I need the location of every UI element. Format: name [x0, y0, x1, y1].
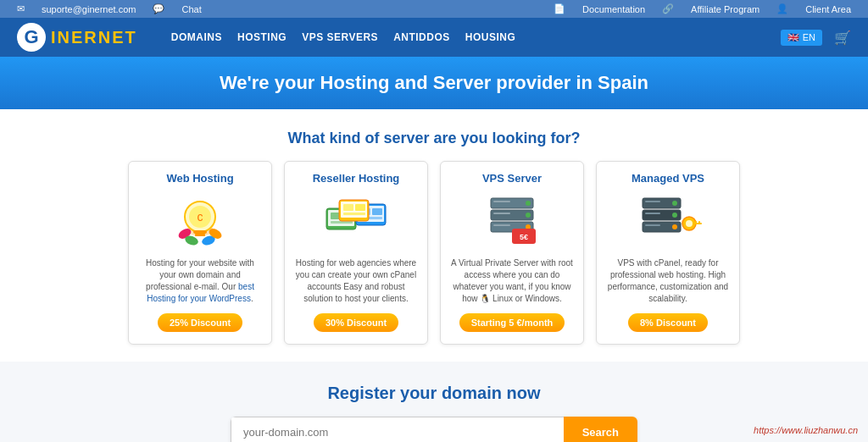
server-section-title: What kind of server are you looking for?: [0, 130, 868, 147]
logo[interactable]: G iNERNET: [17, 23, 137, 52]
nav-hosting[interactable]: HOSTING: [237, 31, 287, 43]
nav-antiddos[interactable]: ANTIDDOS: [393, 31, 450, 43]
client-area-link[interactable]: Client Area: [805, 4, 851, 14]
documentation-link[interactable]: Documentation: [582, 4, 645, 14]
svg-rect-24: [343, 213, 365, 215]
svg-rect-44: [645, 224, 660, 226]
svg-point-46: [686, 220, 693, 227]
nav-vps-servers[interactable]: VPS SERVERS: [302, 31, 378, 43]
affiliate-icon: 🔗: [662, 3, 674, 14]
managed-vps-button[interactable]: 8% Discount: [628, 313, 708, 332]
logo-text: iNERNET: [51, 28, 137, 47]
nav-right: 🇬🇧 EN 🛒: [781, 30, 851, 46]
nav-bar: G iNERNET DOMAINS HOSTING VPS SERVERS AN…: [0, 18, 868, 57]
email-link[interactable]: suporte@ginernet.com: [42, 4, 136, 14]
affiliate-link[interactable]: Affiliate Program: [691, 4, 760, 14]
domain-input[interactable]: [231, 417, 564, 442]
domain-search-button[interactable]: Search: [564, 417, 637, 442]
svg-rect-38: [645, 201, 660, 202]
svg-rect-33: [493, 224, 510, 226]
flag-icon: 🇬🇧: [787, 32, 799, 43]
email-icon: ✉: [17, 3, 25, 14]
svg-rect-30: [493, 213, 510, 214]
lang-label: EN: [803, 32, 815, 42]
vps-server-desc: A Virtual Private Server with root acces…: [449, 257, 575, 305]
svg-text:c: c: [198, 210, 203, 224]
web-hosting-desc: Hosting for your website with your own d…: [137, 257, 263, 305]
managed-vps-title: Managed VPS: [632, 172, 704, 185]
vps-server-image: 5€: [478, 191, 546, 251]
svg-rect-23: [355, 204, 365, 211]
doc-icon: 📄: [554, 3, 565, 14]
domain-search: Search: [231, 417, 637, 442]
reseller-hosting-desc: Hosting for web agencies where you can c…: [293, 257, 419, 305]
nav-housing[interactable]: HOUSING: [465, 31, 516, 43]
nav-links: DOMAINS HOSTING VPS SERVERS ANTIDDOS HOU…: [171, 31, 516, 43]
svg-rect-5: [195, 234, 205, 236]
svg-point-43: [672, 224, 677, 229]
svg-point-40: [672, 213, 677, 218]
reseller-hosting-image: [322, 191, 390, 251]
lang-button[interactable]: 🇬🇧 EN: [781, 30, 822, 46]
web-hosting-image: c: [166, 191, 234, 251]
domain-section: Register your domain now Search: [0, 362, 868, 442]
wordpress-link[interactable]: best Hosting for your WordPress: [147, 282, 254, 303]
server-section: What kind of server are you looking for?…: [0, 130, 868, 362]
managed-vps-card: Managed VPS: [596, 161, 740, 345]
svg-rect-4: [193, 230, 207, 234]
cart-icon[interactable]: 🛒: [834, 30, 851, 46]
nav-domains[interactable]: DOMAINS: [171, 31, 222, 43]
web-hosting-button[interactable]: 25% Discount: [158, 313, 242, 332]
svg-rect-18: [372, 208, 382, 215]
svg-rect-27: [493, 201, 510, 202]
svg-point-29: [526, 213, 531, 218]
vps-server-card: VPS Server 5€ A Virt: [440, 161, 584, 345]
vps-server-title: VPS Server: [482, 172, 542, 185]
svg-point-26: [526, 201, 531, 206]
reseller-hosting-button[interactable]: 30% Discount: [314, 313, 398, 332]
managed-vps-desc: VPS with cPanel, ready for professional …: [605, 257, 731, 305]
chat-link[interactable]: Chat: [181, 4, 201, 14]
web-hosting-card: Web Hosting c Hosting for your: [128, 161, 272, 345]
svg-rect-49: [695, 221, 697, 224]
svg-rect-41: [645, 213, 660, 214]
top-bar: ✉ suporte@ginernet.com 💬 Chat 📄 Document…: [0, 0, 868, 18]
logo-g: G: [17, 23, 46, 52]
hero-text: We're your Hosting and Server provider i…: [220, 72, 648, 93]
svg-text:5€: 5€: [520, 233, 528, 241]
footer-link: https://www.liuzhanwu.cn: [754, 425, 858, 435]
client-icon: 👤: [776, 3, 788, 14]
svg-rect-48: [698, 221, 700, 224]
chat-icon: 💬: [153, 3, 164, 14]
managed-vps-image: [634, 191, 702, 251]
reseller-hosting-card: Reseller Hosting: [284, 161, 428, 345]
hero-banner: We're your Hosting and Server provider i…: [0, 57, 868, 109]
svg-point-37: [672, 201, 677, 206]
vps-server-button[interactable]: Starting 5 €/month: [459, 313, 565, 332]
svg-rect-47: [693, 223, 702, 224]
domain-section-title: Register your domain now: [17, 384, 851, 403]
svg-rect-22: [343, 204, 353, 211]
web-hosting-title: Web Hosting: [166, 172, 233, 185]
cards-row: Web Hosting c Hosting for your: [0, 161, 868, 362]
reseller-hosting-title: Reseller Hosting: [313, 172, 400, 185]
